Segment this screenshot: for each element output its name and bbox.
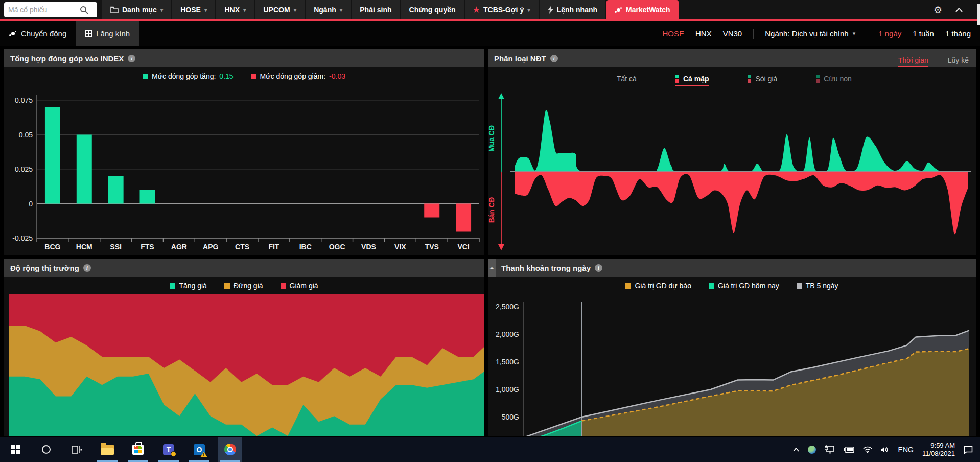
index-filter-hose[interactable]: HOSE xyxy=(663,29,685,38)
svg-text:TVS: TVS xyxy=(425,243,439,251)
teams-icon: T xyxy=(163,444,174,455)
wifi-icon[interactable] xyxy=(863,446,872,453)
tab-ca-map[interactable]: Cá mập xyxy=(675,75,709,86)
nav-chung-quyen[interactable]: Chứng quyền xyxy=(401,0,464,19)
legend-item-tb5[interactable]: TB 5 ngày xyxy=(797,282,838,290)
svg-text:0.025: 0.025 xyxy=(15,165,33,173)
windows-logo-icon xyxy=(11,445,20,454)
network-globe-icon[interactable] xyxy=(808,446,816,454)
info-icon[interactable]: i xyxy=(595,264,602,272)
monitor-lock-icon[interactable] xyxy=(825,445,835,454)
info-icon[interactable]: i xyxy=(83,264,91,272)
chevron-up-icon[interactable] xyxy=(955,8,963,12)
legend-item-up[interactable]: Mức đóng góp tăng: 0.15 xyxy=(143,72,234,80)
tab-chuyen-dong[interactable]: Chuyển động xyxy=(0,21,76,46)
svg-text:FTS: FTS xyxy=(141,243,154,251)
system-tray: ENG 9:59 AM 11/08/2021 xyxy=(793,442,980,458)
language-indicator[interactable]: ENG xyxy=(898,446,914,454)
index-filter-hnx[interactable]: HNX xyxy=(695,29,712,38)
svg-text:2,000G: 2,000G xyxy=(496,330,519,338)
liquidity-chart: 2,500G2,000G1,500G1,000G500G xyxy=(488,294,973,436)
range-1-month[interactable]: 1 tháng xyxy=(945,29,971,38)
market-breadth-chart xyxy=(9,294,484,436)
taskbar-outlook[interactable]: O xyxy=(188,437,211,462)
svg-text:VDS: VDS xyxy=(361,243,376,251)
panel-body: Tất cả Cá mập Sói già Cừu non Mua CĐBán … xyxy=(488,67,976,255)
taskbar-teams[interactable]: T xyxy=(157,437,180,462)
svg-text:0.075: 0.075 xyxy=(15,96,33,104)
marketwatch-dots-icon xyxy=(615,7,622,13)
tray-chevron-up-icon[interactable] xyxy=(793,448,799,452)
legend-swatch xyxy=(170,283,175,289)
action-center-icon[interactable] xyxy=(964,446,973,454)
svg-text:APG: APG xyxy=(203,243,218,251)
nav-hnx[interactable]: HNX▾ xyxy=(216,0,254,19)
svg-text:SSI: SSI xyxy=(110,243,122,251)
folder-icon xyxy=(110,6,119,13)
sector-dropdown[interactable]: Ngành: Dịch vụ tài chính▾ xyxy=(765,29,855,38)
panel-body: Mức đóng góp tăng: 0.15 Mức đóng góp giả… xyxy=(4,67,484,255)
chevron-down-icon: ▾ xyxy=(527,7,530,13)
nav-tcbs-goi-y[interactable]: ★TCBS-Gợi ý▾ xyxy=(465,0,539,19)
range-1-week[interactable]: 1 tuần xyxy=(913,29,934,38)
volume-icon[interactable] xyxy=(881,446,890,453)
view-luy-ke[interactable]: Lũy kế xyxy=(948,56,969,67)
legend-swatch xyxy=(709,283,714,289)
chevron-down-icon: ▾ xyxy=(160,7,164,13)
panel-header: ◂▸ Thanh khoản trong ngày i xyxy=(488,259,976,277)
legend-item-tang-gia[interactable]: Tăng giá xyxy=(170,282,206,290)
tab-cuu-non[interactable]: Cừu non xyxy=(816,75,852,83)
panel-body: Tăng giá Đứng giá Giảm giá xyxy=(4,277,484,436)
nav-marketwatch[interactable]: MarketWatch xyxy=(606,0,679,19)
date-label: 11/08/2021 xyxy=(922,450,955,458)
info-icon[interactable]: i xyxy=(128,55,135,62)
scrollbar-thumb[interactable] xyxy=(977,4,980,25)
battery-icon[interactable] xyxy=(844,447,854,453)
divider xyxy=(753,29,754,39)
chevron-down-icon: ▾ xyxy=(204,7,207,13)
gear-icon[interactable]: ⚙ xyxy=(934,4,942,16)
range-1-day[interactable]: 1 ngày xyxy=(878,29,901,38)
index-filter-vn30[interactable]: VN30 xyxy=(723,29,742,38)
tab-soi-gia[interactable]: Sói già xyxy=(748,75,777,83)
series-swatch-icon xyxy=(748,75,751,83)
svg-text:IBC: IBC xyxy=(299,243,312,251)
store-icon xyxy=(132,445,144,455)
legend-item-du-bao[interactable]: Giá trị GD dự báo xyxy=(625,282,691,290)
task-view-button[interactable] xyxy=(65,437,88,462)
legend-item-hom-nay[interactable]: Giá trị GD hôm nay xyxy=(709,282,779,290)
taskbar-microsoft-store[interactable] xyxy=(126,437,150,462)
panel-body: Giá trị GD dự báo Giá trị GD hôm nay TB … xyxy=(488,277,976,436)
taskbar-file-explorer[interactable] xyxy=(96,437,119,462)
legend-item-down[interactable]: Mức đóng góp giảm: -0.03 xyxy=(251,72,345,80)
nav-nganh[interactable]: Ngành▾ xyxy=(306,0,351,19)
info-icon[interactable]: i xyxy=(550,55,558,62)
taskbar-chrome[interactable] xyxy=(218,437,242,462)
nav-hose[interactable]: HOSE▾ xyxy=(172,0,215,19)
search-input[interactable] xyxy=(8,6,80,14)
start-button[interactable] xyxy=(4,437,27,462)
nav-danh-muc[interactable]: Danh mục▾ xyxy=(102,0,171,19)
panel-title: Thanh khoản trong ngày xyxy=(501,264,591,272)
tab-tat-ca[interactable]: Tất cả xyxy=(617,75,637,83)
tab-lang-kinh[interactable]: Lăng kính xyxy=(76,21,139,46)
nav-lenh-nhanh[interactable]: Lệnh nhanh xyxy=(540,0,605,19)
taskbar-clock[interactable]: 9:59 AM 11/08/2021 xyxy=(922,442,955,458)
view-thoi-gian[interactable]: Thời gian xyxy=(898,56,928,67)
cortana-button[interactable] xyxy=(34,437,58,462)
svg-text:VCI: VCI xyxy=(457,243,469,251)
panel-index-contribution: Tổng hợp đóng góp vào INDEX i Mức đóng g… xyxy=(4,49,484,255)
panel-header: Phân loại NĐT i Thời gian Lũy kế xyxy=(488,49,976,67)
legend-item-giam-gia[interactable]: Giảm giá xyxy=(281,282,318,290)
stock-search-box[interactable] xyxy=(4,2,97,17)
topbar-right-controls: ⚙ xyxy=(934,0,980,19)
outlook-icon: O xyxy=(194,444,205,455)
chart-legend: Mức đóng góp tăng: 0.15 Mức đóng góp giả… xyxy=(4,67,484,85)
lightning-icon xyxy=(548,6,553,14)
nav-phai-sinh[interactable]: Phái sinh xyxy=(352,0,400,19)
legend-item-dung-gia[interactable]: Đứng giá xyxy=(224,282,263,290)
dashboard-grid: Tổng hợp đóng góp vào INDEX i Mức đóng g… xyxy=(4,49,976,436)
legend-value-down: -0.03 xyxy=(329,72,345,80)
nav-upcom[interactable]: UPCOM▾ xyxy=(255,0,305,19)
panel-splitter-handle[interactable]: ◂▸ xyxy=(488,259,496,277)
